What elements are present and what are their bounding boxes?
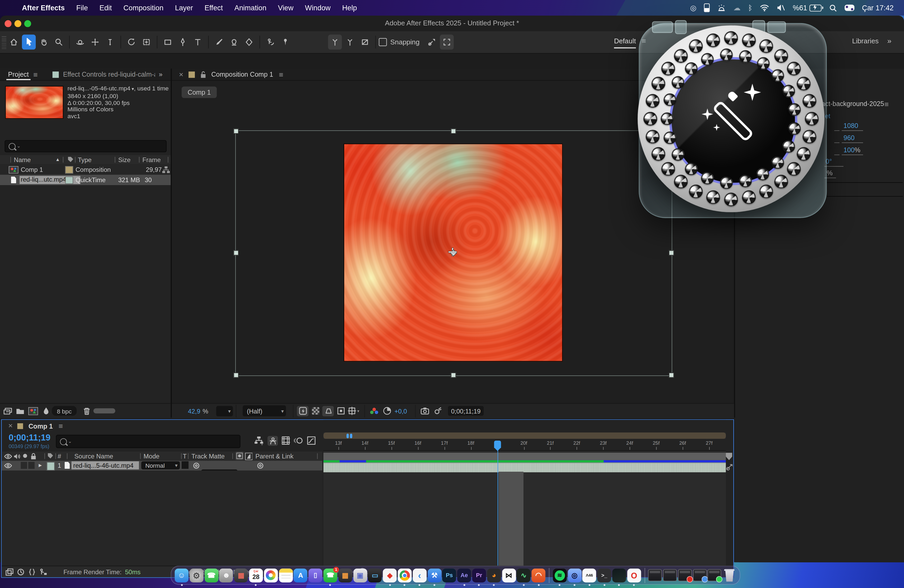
roto-brush-tool[interactable] xyxy=(264,35,277,50)
device-icon[interactable] xyxy=(704,3,710,13)
effect-panel-menu-icon[interactable]: ≡ xyxy=(885,100,889,108)
dock-notes[interactable] xyxy=(279,568,292,582)
navigator-handle-in[interactable] xyxy=(346,433,349,438)
dock-phone[interactable]: ☎ xyxy=(204,568,218,582)
bit-depth-button[interactable]: 8 bpc xyxy=(52,406,77,416)
dock-terminal[interactable]: >_ xyxy=(597,568,611,582)
type-tool[interactable] xyxy=(191,35,205,50)
dock-display-app[interactable]: ▭ xyxy=(368,568,382,582)
dock-finder[interactable]: ☺ xyxy=(175,568,188,582)
dock-launchpad[interactable]: ▦ xyxy=(234,568,248,582)
dock-vscode[interactable]: ‹ xyxy=(412,568,426,582)
pen-tool[interactable] xyxy=(176,35,190,50)
selection-handle-n[interactable] xyxy=(451,128,456,134)
toolbar-overflow-chevrons[interactable]: » xyxy=(887,36,891,45)
delete-icon[interactable] xyxy=(82,407,91,416)
resolution-dropdown[interactable]: (Half) xyxy=(243,405,286,416)
tab-effect-controls[interactable]: Effect Controls red-liquid-calm-absti xyxy=(63,71,155,78)
color-depth-icon[interactable] xyxy=(41,407,51,416)
control-center-icon[interactable] xyxy=(845,3,855,13)
local-axis-mode[interactable] xyxy=(328,35,342,50)
preserve-transparency-icon[interactable] xyxy=(235,452,244,460)
timeline-navigator-bar[interactable] xyxy=(324,433,726,439)
tab-project[interactable]: Project xyxy=(8,71,29,78)
dock-whatsapp[interactable]: ☎1 xyxy=(324,568,337,582)
home-tool[interactable] xyxy=(7,35,21,50)
tab-overflow-chevrons[interactable]: » xyxy=(159,71,163,78)
libraries-button[interactable]: Libraries xyxy=(852,37,879,45)
menu-edit[interactable]: Edit xyxy=(100,4,112,12)
close-tab-icon[interactable]: ✕ xyxy=(179,71,183,77)
menu-layer[interactable]: Layer xyxy=(175,4,193,12)
timeline-tab-label[interactable]: Comp 1 xyxy=(28,422,53,429)
project-scrollbar[interactable] xyxy=(93,408,115,414)
dock-contacts[interactable]: ☻ xyxy=(220,568,233,582)
timeline-timecode[interactable]: 0;00;11;19 xyxy=(9,433,51,442)
pan-camera-tool[interactable] xyxy=(88,35,102,50)
show-snapshot-icon[interactable] xyxy=(431,406,443,416)
blend-mode-dropdown[interactable]: Normal xyxy=(141,462,180,469)
orbit-camera-tool[interactable] xyxy=(73,35,87,50)
timeline-menu-icon[interactable]: ≡ xyxy=(58,421,63,430)
puppet-pin-tool[interactable] xyxy=(278,35,292,50)
table-row-comp1[interactable]: Comp 1 Composition 29,97 xyxy=(0,164,171,175)
pan-behind-tool[interactable] xyxy=(139,35,153,50)
render-time-pane-icon[interactable] xyxy=(17,567,25,576)
menu-window[interactable]: Window xyxy=(305,4,331,12)
dock-capcut[interactable]: ⋈ xyxy=(502,568,516,582)
dock-dark-viewer[interactable] xyxy=(612,568,626,582)
dock-calculator[interactable]: ▦ xyxy=(338,568,352,582)
column-number[interactable]: # xyxy=(58,453,61,460)
eraser-tool[interactable] xyxy=(242,35,256,50)
footage-thumbnail[interactable] xyxy=(5,86,63,119)
cloud-icon[interactable]: ☁ xyxy=(733,3,740,13)
dock-xcode[interactable]: ⚒ xyxy=(427,568,441,582)
menu-help[interactable]: Help xyxy=(342,4,357,12)
rotation-tool[interactable] xyxy=(125,35,138,50)
alert-icon[interactable] xyxy=(717,3,726,13)
dock-system-settings[interactable]: ⚙ xyxy=(190,568,203,582)
property-value-opacity[interactable]: % xyxy=(827,169,833,176)
project-search-input[interactable]: ⌄ xyxy=(5,140,166,152)
channel-rgb-icon[interactable] xyxy=(368,406,380,416)
graph-editor-icon[interactable] xyxy=(307,436,316,445)
navigator-handle-out[interactable] xyxy=(350,433,352,438)
column-mode[interactable]: Mode xyxy=(144,453,160,460)
dolly-camera-tool[interactable] xyxy=(103,35,117,50)
layer-anchor-point[interactable] xyxy=(449,248,457,256)
timeline-ruler[interactable]: 13f14f15f16f17f18f19f20f21f22f23f24f25f2… xyxy=(324,439,726,451)
world-axis-mode[interactable] xyxy=(343,35,357,50)
menu-effect[interactable]: Effect xyxy=(205,4,223,12)
selection-tool[interactable] xyxy=(22,35,36,50)
selection-handle-se[interactable] xyxy=(669,373,674,378)
project-panel-menu-icon[interactable]: ≡ xyxy=(33,70,38,79)
zoom-value[interactable]: 42,9 xyxy=(188,408,200,414)
mask-visibility-toggle[interactable] xyxy=(440,35,454,50)
column-source-name[interactable]: Source Name xyxy=(74,453,113,460)
column-type[interactable]: Type xyxy=(78,156,92,163)
close-tab-icon[interactable]: ✕ xyxy=(8,423,13,429)
dock-app-store[interactable]: A xyxy=(294,568,307,582)
view-axis-mode[interactable] xyxy=(358,35,371,50)
dock-chrome[interactable] xyxy=(398,568,412,582)
property-value-height[interactable]: 960 xyxy=(844,134,855,141)
column-name[interactable]: Name xyxy=(14,156,31,163)
menu-file[interactable]: File xyxy=(76,4,88,12)
dock-camera-ai[interactable]: ◎ xyxy=(567,568,581,582)
battery-icon[interactable]: %61 xyxy=(793,4,822,12)
playhead-handle[interactable] xyxy=(494,441,501,448)
layer-visibility-eye-icon[interactable] xyxy=(4,462,12,469)
selection-handle-w[interactable] xyxy=(233,250,239,256)
selection-handle-e[interactable] xyxy=(669,250,674,256)
preserve-transparency-toggle[interactable] xyxy=(182,462,188,469)
work-area-bar[interactable] xyxy=(324,453,726,460)
quality-toggle-icon[interactable] xyxy=(726,462,733,471)
dock-hotspot[interactable]: ◠ xyxy=(531,568,545,582)
lock-toggle[interactable] xyxy=(28,462,35,469)
zoom-dropdown[interactable] xyxy=(216,406,233,416)
dock-opera[interactable]: O xyxy=(627,568,641,582)
brush-tool[interactable] xyxy=(212,35,226,50)
frame-blending-icon[interactable] xyxy=(281,436,290,445)
transparency-grid-icon[interactable] xyxy=(310,406,321,416)
dock-window-thumb-1[interactable] xyxy=(648,568,662,582)
